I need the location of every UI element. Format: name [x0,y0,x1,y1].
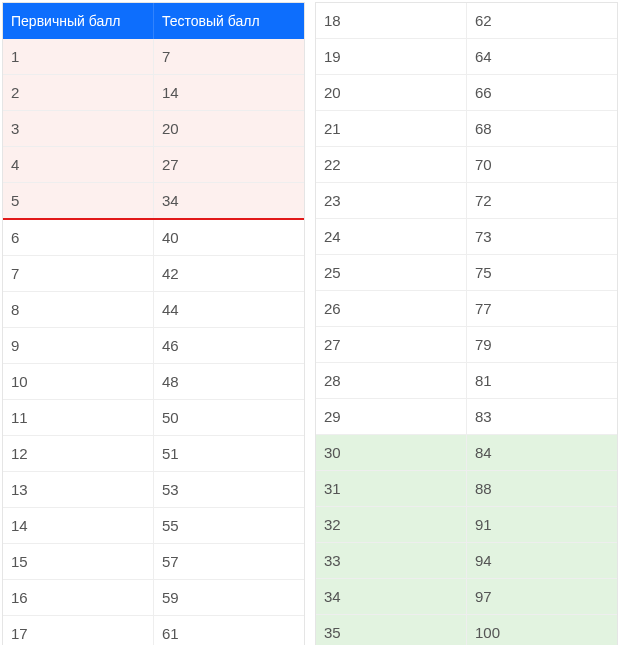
test-score-cell: 73 [467,219,617,254]
primary-score-cell: 11 [3,400,154,435]
primary-score-cell: 30 [316,435,467,470]
primary-score-cell: 7 [3,256,154,291]
primary-score-cell: 10 [3,364,154,399]
primary-score-cell: 20 [316,75,467,110]
primary-score-cell: 9 [3,328,154,363]
test-score-cell: 79 [467,327,617,362]
test-score-cell: 20 [154,111,304,146]
test-score-cell: 81 [467,363,617,398]
primary-score-cell: 32 [316,507,467,542]
test-score-cell: 42 [154,256,304,291]
table-row: 2779 [316,327,617,363]
table-row: 844 [3,292,304,328]
primary-score-cell: 14 [3,508,154,543]
test-score-cell: 75 [467,255,617,290]
primary-score-cell: 19 [316,39,467,74]
header-test-score: Тестовый балл [154,3,304,39]
test-score-cell: 50 [154,400,304,435]
test-score-cell: 94 [467,543,617,578]
primary-score-cell: 24 [316,219,467,254]
primary-score-cell: 8 [3,292,154,327]
test-score-cell: 59 [154,580,304,615]
table-row: 2168 [316,111,617,147]
test-score-cell: 83 [467,399,617,434]
primary-score-cell: 1 [3,39,154,74]
test-score-cell: 40 [154,220,304,255]
test-score-cell: 14 [154,75,304,110]
test-score-cell: 44 [154,292,304,327]
table-row: 534 [3,183,304,220]
primary-score-cell: 17 [3,616,154,645]
primary-score-cell: 16 [3,580,154,615]
table-row: 3394 [316,543,617,579]
table-body-left: 1721432042753464074284494610481150125113… [3,39,304,645]
table-row: 1353 [3,472,304,508]
table-row: 2575 [316,255,617,291]
table-header: Первичный балл Тестовый балл [3,3,304,39]
primary-score-cell: 34 [316,579,467,614]
test-score-cell: 7 [154,39,304,74]
primary-score-cell: 29 [316,399,467,434]
primary-score-cell: 5 [3,183,154,218]
score-table-right: 1862196420662168227023722473257526772779… [315,2,618,645]
primary-score-cell: 6 [3,220,154,255]
test-score-cell: 34 [154,183,304,218]
table-row: 946 [3,328,304,364]
table-row: 1862 [316,3,617,39]
primary-score-cell: 27 [316,327,467,362]
table-row: 3084 [316,435,617,471]
test-score-cell: 70 [467,147,617,182]
table-row: 640 [3,220,304,256]
table-row: 2372 [316,183,617,219]
table-body-right: 1862196420662168227023722473257526772779… [316,3,617,645]
primary-score-cell: 31 [316,471,467,506]
primary-score-cell: 2 [3,75,154,110]
table-row: 1557 [3,544,304,580]
test-score-cell: 27 [154,147,304,182]
test-score-cell: 46 [154,328,304,363]
table-row: 320 [3,111,304,147]
table-row: 427 [3,147,304,183]
primary-score-cell: 28 [316,363,467,398]
test-score-cell: 62 [467,3,617,38]
primary-score-cell: 21 [316,111,467,146]
primary-score-cell: 3 [3,111,154,146]
test-score-cell: 53 [154,472,304,507]
table-row: 1761 [3,616,304,645]
primary-score-cell: 25 [316,255,467,290]
table-row: 1455 [3,508,304,544]
primary-score-cell: 26 [316,291,467,326]
table-row: 1659 [3,580,304,616]
table-row: 742 [3,256,304,292]
table-row: 214 [3,75,304,111]
test-score-cell: 57 [154,544,304,579]
table-row: 2270 [316,147,617,183]
table-row: 2983 [316,399,617,435]
table-row: 1251 [3,436,304,472]
test-score-cell: 68 [467,111,617,146]
table-row: 3188 [316,471,617,507]
table-row: 17 [3,39,304,75]
header-primary-score: Первичный балл [3,3,154,39]
primary-score-cell: 4 [3,147,154,182]
test-score-cell: 55 [154,508,304,543]
test-score-cell: 66 [467,75,617,110]
table-row: 1048 [3,364,304,400]
primary-score-cell: 18 [316,3,467,38]
table-row: 2881 [316,363,617,399]
table-row: 1964 [316,39,617,75]
score-table-left: Первичный балл Тестовый балл 17214320427… [2,2,305,645]
table-row: 1150 [3,400,304,436]
primary-score-cell: 23 [316,183,467,218]
test-score-cell: 61 [154,616,304,645]
table-row: 2473 [316,219,617,255]
test-score-cell: 88 [467,471,617,506]
test-score-cell: 72 [467,183,617,218]
test-score-cell: 100 [467,615,617,645]
primary-score-cell: 13 [3,472,154,507]
primary-score-cell: 22 [316,147,467,182]
table-row: 35100 [316,615,617,645]
test-score-cell: 77 [467,291,617,326]
primary-score-cell: 15 [3,544,154,579]
table-row: 2677 [316,291,617,327]
